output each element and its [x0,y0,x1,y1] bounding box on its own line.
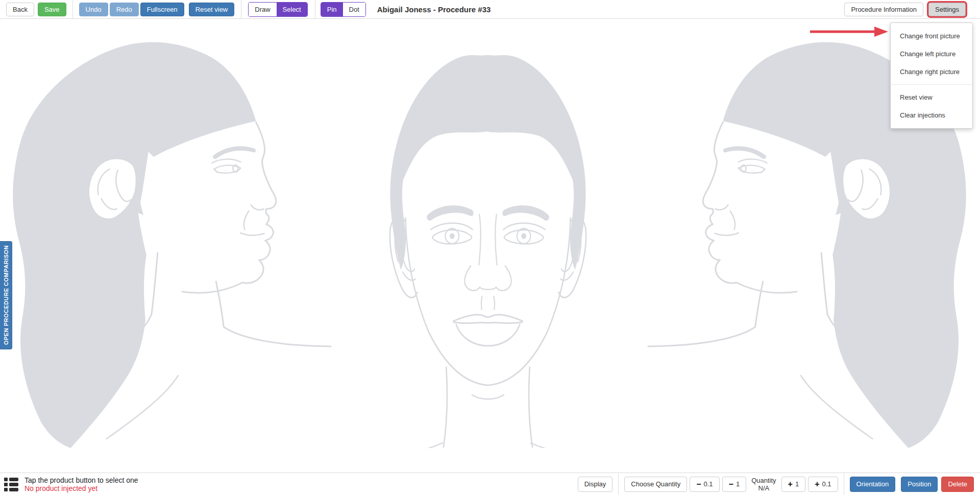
undo-button[interactable]: Undo [79,3,108,16]
top-toolbar: Back Save Undo Redo Fullscreen Reset vie… [0,0,980,19]
bottom-toolbar: Tap the product button to select one No … [0,473,980,495]
menu-item-clear-injections[interactable]: Clear injections [891,106,972,124]
divider [844,473,844,495]
increase-0.1-button[interactable]: + 0.1 [808,477,838,492]
product-hint-text: Tap the product button to select one [24,476,138,484]
front-face-sketch[interactable] [370,43,606,448]
pin-toggle-button[interactable]: Pin [321,3,343,16]
fullscreen-button[interactable]: Fullscreen [140,3,184,16]
menu-item-reset-view[interactable]: Reset view [891,88,972,106]
quantity-readout: Quantity N/A [751,477,776,492]
settings-dropdown-menu: Change front picture Change left picture… [890,22,973,129]
step-value: 0.1 [822,480,831,488]
decrease-1-button[interactable]: − 1 [722,477,747,492]
menu-item-change-front-picture[interactable]: Change front picture [891,27,972,45]
open-procedure-comparison-tab[interactable]: OPEN PROCEDURE COMPARISON [0,241,12,349]
menu-item-change-right-picture[interactable]: Change right picture [891,63,972,81]
step-value: 1 [736,480,740,488]
left-profile-sketch[interactable] [9,40,332,449]
settings-button[interactable]: Settings [928,3,966,16]
step-value: 1 [795,480,799,488]
product-status: Tap the product button to select one No … [24,476,138,492]
injection-canvas[interactable] [0,19,980,473]
procedure-information-button[interactable]: Procedure Information [844,3,923,16]
pin-dot-toggle: Pin Dot [321,2,366,17]
procedure-app: Back Save Undo Redo Fullscreen Reset vie… [0,0,980,495]
delete-button[interactable]: Delete [941,477,974,492]
redo-button[interactable]: Redo [110,3,139,16]
divider [72,0,73,18]
increase-1-button[interactable]: + 1 [781,477,806,492]
divider [618,473,619,495]
step-value: 0.1 [704,480,713,488]
choose-quantity-button[interactable]: Choose Quantity [624,477,687,492]
draw-select-toggle: Draw Select [248,2,307,17]
back-button[interactable]: Back [6,3,34,16]
display-button[interactable]: Display [578,477,613,492]
open-procedure-comparison-label: OPEN PROCEDURE COMPARISON [3,245,9,345]
quantity-value: N/A [758,484,770,492]
menu-divider [891,84,972,85]
minus-icon: − [729,480,733,488]
minus-icon: − [696,480,701,488]
draw-toggle-button[interactable]: Draw [249,3,276,16]
product-list-icon[interactable] [4,477,18,491]
red-annotation-arrow-icon [808,25,889,38]
divider [241,0,241,18]
orientation-button[interactable]: Orientation [850,477,896,492]
decrease-0.1-button[interactable]: − 0.1 [690,477,719,492]
menu-item-change-left-picture[interactable]: Change left picture [891,45,972,63]
reset-view-button[interactable]: Reset view [189,3,235,16]
select-toggle-button[interactable]: Select [277,3,307,16]
divider [315,0,315,18]
dot-toggle-button[interactable]: Dot [343,3,365,16]
page-title: Abigail Joness - Procedure #33 [377,5,491,14]
plus-icon: + [788,480,793,488]
save-button[interactable]: Save [38,3,66,16]
position-button[interactable]: Position [901,477,938,492]
plus-icon: + [815,480,819,488]
quantity-label: Quantity [751,477,776,484]
no-product-warning-text: No product injected yet [24,484,138,492]
